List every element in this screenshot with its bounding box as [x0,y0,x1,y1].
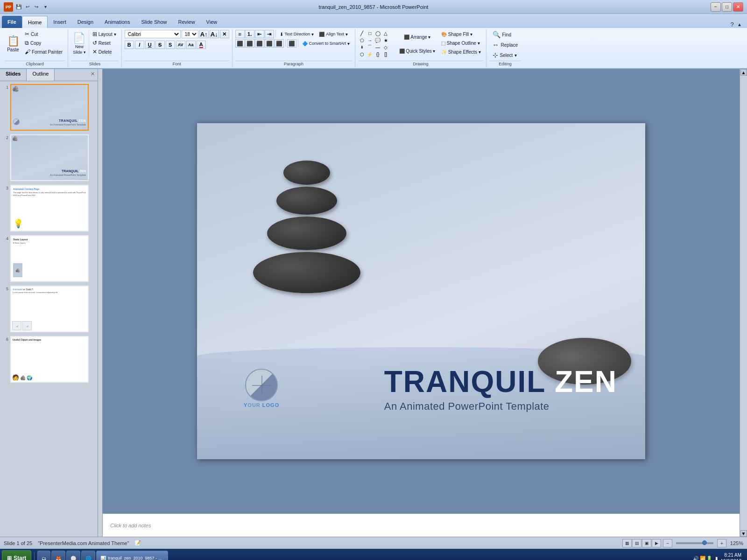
tab-file[interactable]: File [2,16,22,28]
shape-more-btn[interactable]: ⬇ [358,44,366,50]
indent-dec-button[interactable]: ⇤ [255,30,264,38]
shape-rect-btn[interactable]: □ [366,30,374,36]
char-spacing-button[interactable]: AV [176,41,185,49]
quick-styles-button[interactable]: ⬛ Quick Styles ▾ [397,44,437,57]
save-button[interactable]: 💾 [15,3,22,11]
tab-design[interactable]: Design [72,16,99,28]
font-color-button[interactable]: A [197,41,206,49]
cut-button[interactable]: ✂ Cut [22,30,65,38]
show-desktop-button[interactable]: ▮ [715,556,718,560]
slide-thumb-item-5[interactable]: 5 Animated or Static? Lorem ipsum dolor … [2,285,96,333]
slide-sorter-button[interactable]: ▤ [632,539,641,547]
shape-lightning-btn[interactable]: ⚡ [366,51,374,57]
restore-button[interactable]: □ [722,2,732,12]
line-spacing-button[interactable]: ⬛ [287,39,296,48]
slide-thumb-item-1[interactable]: 1 🪨 TRANQUIL ZEN An Animated PowerPoint … [2,83,96,132]
bold-button[interactable]: B [125,41,134,49]
align-right-button[interactable]: ⬛ [255,39,264,48]
tab-slideshow[interactable]: Slide Show [135,16,172,28]
bullets-button[interactable]: ≡ [235,30,245,38]
undo-button[interactable]: ↩ [24,3,31,11]
title-area[interactable]: TRANQUIL ZEN An Animated PowerPoint Temp… [384,367,617,413]
numbering-button[interactable]: 1. [245,30,254,38]
format-painter-button[interactable]: 🖌 Format Painter [22,48,65,56]
indent-inc-button[interactable]: ⇥ [265,30,274,38]
zoom-out-button[interactable]: − [663,539,672,547]
shape-star-btn[interactable]: ★ [382,37,389,43]
slide-thumb-4[interactable]: Static Layout A Static Layout 🪨 [10,235,89,282]
shadow-button[interactable]: S [166,41,175,49]
slides-tab[interactable]: Slides [0,69,27,81]
shape-diamond-btn[interactable]: ◇ [382,44,389,50]
slide-thumb-5[interactable]: Animated or Static? Lorem ipsum dolor si… [10,286,89,332]
ribbon-help-button[interactable]: ? [728,21,736,28]
shape-connector-btn[interactable]: — [374,44,381,50]
outline-tab[interactable]: Outline [27,69,55,81]
shape-curve-btn[interactable]: ⌒ [366,44,374,50]
start-button[interactable]: ⊞ Start [2,550,31,560]
italic-button[interactable]: I [135,41,144,49]
change-case-button[interactable]: Aa [186,41,196,49]
minimize-button[interactable]: − [711,2,721,12]
increase-font-button[interactable]: A↑ [199,30,209,38]
tab-review[interactable]: Review [173,16,201,28]
tab-animations[interactable]: Animations [99,16,135,28]
tab-view[interactable]: View [201,16,223,28]
replace-button[interactable]: ↔ Replace [490,40,521,49]
shape-outline-button[interactable]: ⬚ Shape Outline ▾ [439,39,483,47]
close-button[interactable]: ✕ [733,2,743,12]
shape-circle-btn[interactable]: ◯ [374,30,381,36]
select-button[interactable]: ⊹ Select ▾ [490,50,520,60]
thumbnail-scrollbar[interactable] [98,69,103,537]
redo-button[interactable]: ↪ [33,3,40,11]
strikethrough-button[interactable]: S [155,41,165,49]
arrange-button[interactable]: ⬛ Arrange ▾ [397,30,437,44]
slide-thumb-item-3[interactable]: 3 Animated Content Page This page and th… [2,184,96,232]
zoom-slider[interactable] [676,542,713,544]
shape-hexagon-btn[interactable]: ⬡ [358,51,366,57]
taskbar-chrome[interactable]: ⚪ [66,551,80,560]
reading-view-button[interactable]: ▣ [642,539,651,547]
slide-thumb-item-6[interactable]: 6 Useful Clipart and Images 🧑 🪨 🌍 [2,335,96,384]
delete-button[interactable]: ✕ Delete [90,48,119,56]
zoom-in-button[interactable]: + [717,539,726,547]
cols-button[interactable]: ⬛ [275,39,284,48]
right-scrollbar[interactable]: ▲ ▼ [740,69,747,537]
align-text-button[interactable]: ⬛ Align Text ▾ [317,30,350,38]
slide-thumb-3[interactable]: Animated Content Page This page and the … [10,185,89,231]
layout-button[interactable]: ⊞ Layout ▾ [90,30,119,38]
slide-thumb-item-2[interactable]: 2 🪨 TRANQUIL ZEN An Animated PowerPoint … [2,133,96,182]
slide-thumb-1[interactable]: 🪨 TRANQUIL ZEN An Animated PowerPoint Te… [10,84,89,131]
logo-area[interactable]: YOUR LOGO [244,369,279,408]
slide-canvas[interactable]: YOUR LOGO TRANQUIL ZEN An Animated Power… [197,123,645,459]
tab-insert[interactable]: Insert [48,16,72,28]
taskbar-web[interactable]: 🌐 [81,551,95,560]
font-name-select[interactable]: Calibri [125,30,181,38]
taskbar-explorer[interactable]: 🗂 [37,551,50,560]
customize-button[interactable]: ▾ [42,3,49,11]
shape-callout-btn[interactable]: 💬 [374,37,381,43]
clear-format-button[interactable]: ✕ [220,30,229,38]
taskbar-powerpoint[interactable]: 📊 tranquil_zen_2010_9857 - M... [96,551,168,560]
scroll-down-button[interactable]: ▼ [740,530,747,537]
underline-button[interactable]: U [145,41,155,49]
shape-arrow-btn[interactable]: → [366,37,374,43]
slideshow-button[interactable]: ▶ [652,539,661,547]
ribbon-minimize-button[interactable]: ▲ [736,21,743,28]
decrease-font-button[interactable]: A↓ [210,30,219,38]
zoom-thumb[interactable] [702,540,707,545]
font-size-select[interactable]: 18 [182,30,198,38]
taskbar-firefox[interactable]: 🦊 [51,551,65,560]
shape-pentagon-btn[interactable]: ⬠ [358,37,366,43]
justify-button[interactable]: ⬛ [265,39,274,48]
find-button[interactable]: 🔍 Find [490,30,514,39]
notes-area[interactable]: Click to add notes [103,513,740,537]
paste-button[interactable]: 📋 Paste [5,30,21,58]
shape-effects-button[interactable]: ✨ Shape Effects ▾ [439,48,483,56]
shape-line-btn[interactable]: ╱ [358,30,366,36]
smartart-button[interactable]: 🔷 Convert to SmartArt ▾ [300,39,352,48]
normal-view-button[interactable]: ▦ [622,539,632,547]
slide-thumb-item-4[interactable]: 4 Static Layout A Static Layout 🪨 [2,234,96,283]
align-center-button[interactable]: ⬛ [245,39,254,48]
align-left-button[interactable]: ⬛ [235,39,245,48]
